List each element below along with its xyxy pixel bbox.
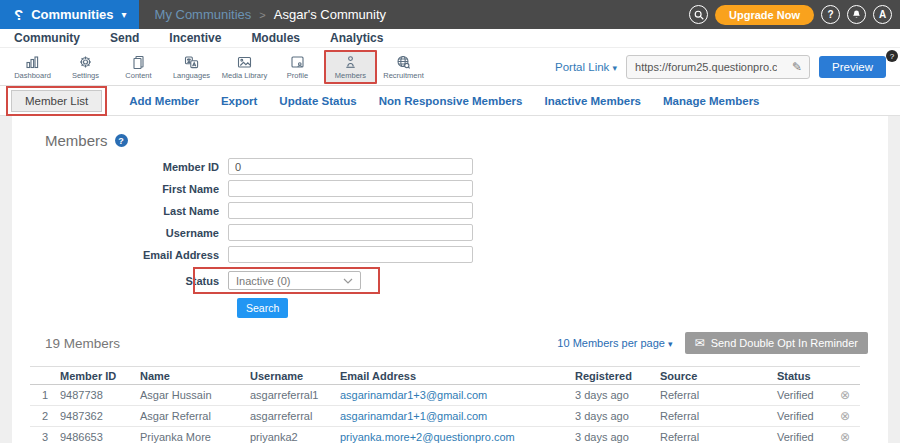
topbar-actions: Upgrade Now ? A	[689, 5, 900, 25]
remove-member-icon[interactable]: ⊗	[840, 388, 860, 402]
toolbar-item-media-library[interactable]: Media Library	[218, 52, 271, 82]
nav-item-analytics[interactable]: Analytics	[330, 31, 383, 45]
col-username: Username	[250, 370, 340, 382]
nav-item-community[interactable]: Community	[14, 31, 80, 45]
communities-app-switcher[interactable]: ? Communities ▾	[0, 0, 139, 29]
status-label: Status	[12, 275, 228, 287]
tab-update-status[interactable]: Update Status	[279, 95, 356, 107]
breadcrumb-my-communities[interactable]: My Communities	[155, 7, 252, 22]
member-email-link[interactable]: asgarinamdar1+3@gmail.com	[340, 389, 575, 401]
username-field[interactable]	[228, 224, 473, 241]
chevron-down-icon: ▾	[668, 339, 673, 349]
chevron-down-icon	[343, 278, 353, 284]
document-icon	[130, 54, 147, 70]
col-member-id: Member ID	[60, 370, 140, 382]
col-name: Name	[140, 370, 250, 382]
search-button[interactable]: Search	[237, 298, 288, 318]
breadcrumb-separator: >	[259, 9, 265, 21]
section-title: Members	[45, 132, 108, 149]
form-row-member-id: Member ID	[12, 158, 888, 175]
username-label: Username	[12, 227, 228, 239]
email-field[interactable]	[228, 246, 473, 263]
portal-url-input[interactable]	[627, 61, 785, 73]
first-name-label: First Name	[12, 183, 228, 195]
portal-link-dropdown[interactable]: Portal Link ▾	[555, 61, 617, 73]
portal-url-box: ✎	[626, 55, 810, 79]
members-section-header: Members ?	[12, 116, 888, 149]
breadcrumb: My Communities > Asgar's Community	[155, 7, 387, 22]
chevron-down-icon: ▾	[613, 63, 618, 73]
id-card-icon	[289, 54, 306, 70]
top-bar: ? Communities ▾ My Communities > Asgar's…	[0, 0, 900, 29]
nav-item-incentive[interactable]: Incentive	[169, 31, 221, 45]
members-help-icon[interactable]: ?	[115, 134, 128, 147]
members-subnav: Member List Add Member Export Update Sta…	[0, 86, 900, 116]
upgrade-now-button[interactable]: Upgrade Now	[715, 5, 814, 25]
nav-item-modules[interactable]: Modules	[251, 31, 300, 45]
form-row-status: Status Inactive (0)	[12, 271, 888, 290]
scrollbar-track[interactable]	[888, 116, 900, 443]
send-double-opt-in-reminder-button[interactable]: ✉ Send Double Opt In Reminder	[685, 332, 868, 354]
form-row-username: Username	[12, 224, 888, 241]
notifications-bell-icon[interactable]	[847, 5, 866, 24]
form-row-email: Email Address	[12, 246, 888, 263]
gear-icon	[77, 54, 94, 70]
help-icon[interactable]: ?	[821, 5, 840, 24]
tab-member-list[interactable]: Member List	[11, 90, 102, 112]
questionpro-logo-icon: ?	[14, 6, 23, 23]
content-panel: Members ? Member ID First Name Last Name…	[12, 116, 888, 443]
member-count: 19 Members	[45, 336, 120, 351]
globe-search-icon	[395, 54, 412, 70]
module-toolbar: Dashboard Settings Content Languages Med…	[0, 48, 900, 86]
nav-item-send[interactable]: Send	[110, 31, 139, 45]
form-row-first-name: First Name	[12, 180, 888, 197]
col-email: Email Address	[340, 370, 575, 382]
toolbar-item-members[interactable]: Members	[324, 50, 377, 84]
chevron-down-icon: ▾	[122, 9, 127, 20]
envelope-icon: ✉	[695, 336, 705, 350]
toolbar-item-dashboard[interactable]: Dashboard	[6, 52, 59, 82]
first-name-field[interactable]	[228, 180, 473, 197]
bar-chart-icon	[24, 54, 41, 70]
table-row: 3 9486653 Priyanka More priyanka2 priyan…	[30, 427, 860, 443]
toolbar-item-recruitment[interactable]: Recruitment	[377, 52, 430, 82]
main-nav: Community Send Incentive Modules Analyti…	[0, 29, 900, 48]
tab-manage-members[interactable]: Manage Members	[663, 95, 760, 107]
toolbar-item-languages[interactable]: Languages	[165, 52, 218, 82]
col-source: Source	[660, 370, 777, 382]
member-email-link[interactable]: asgarinamdar1+1@gmail.com	[340, 410, 575, 422]
table-row: 2 9487362 Asgar Referral asgarreferral a…	[30, 406, 860, 427]
annotation-box-member-list: Member List	[6, 86, 107, 116]
person-icon	[342, 54, 359, 70]
member-email-link[interactable]: priyanka.more+2@questionpro.com	[340, 431, 575, 443]
tab-non-responsive-members[interactable]: Non Responsive Members	[379, 95, 523, 107]
tab-add-member[interactable]: Add Member	[129, 95, 199, 107]
remove-member-icon[interactable]: ⊗	[840, 430, 860, 443]
remove-member-icon[interactable]: ⊗	[840, 409, 860, 423]
translate-icon	[183, 54, 200, 70]
table-row: 1 9487738 Asgar Hussain asgarreferral1 a…	[30, 385, 860, 406]
last-name-label: Last Name	[12, 205, 228, 217]
toolbar-item-profile[interactable]: Profile	[271, 52, 324, 82]
toolbar-item-settings[interactable]: Settings	[59, 52, 112, 82]
search-icon[interactable]	[689, 5, 708, 24]
toolbar-item-content[interactable]: Content	[112, 52, 165, 82]
member-search-form: Member ID First Name Last Name Username …	[12, 158, 888, 318]
member-list-header: 19 Members 10 Members per page ▾ ✉ Send …	[12, 332, 888, 354]
members-table: Member ID Name Username Email Address Re…	[30, 366, 860, 443]
tab-inactive-members[interactable]: Inactive Members	[544, 95, 641, 107]
toolbar-help-icon[interactable]: ?	[886, 50, 898, 62]
tab-export[interactable]: Export	[221, 95, 257, 107]
edit-pencil-icon[interactable]: ✎	[785, 60, 809, 74]
col-registered: Registered	[575, 370, 660, 382]
image-icon	[236, 54, 253, 70]
breadcrumb-community-name: Asgar's Community	[274, 7, 386, 22]
form-row-last-name: Last Name	[12, 202, 888, 219]
avatar[interactable]: A	[873, 5, 892, 24]
preview-button[interactable]: Preview	[819, 56, 886, 78]
product-name: Communities	[31, 7, 113, 22]
per-page-dropdown[interactable]: 10 Members per page ▾	[557, 337, 672, 349]
member-id-field[interactable]	[228, 158, 473, 175]
last-name-field[interactable]	[228, 202, 473, 219]
status-select[interactable]: Inactive (0)	[228, 271, 361, 290]
